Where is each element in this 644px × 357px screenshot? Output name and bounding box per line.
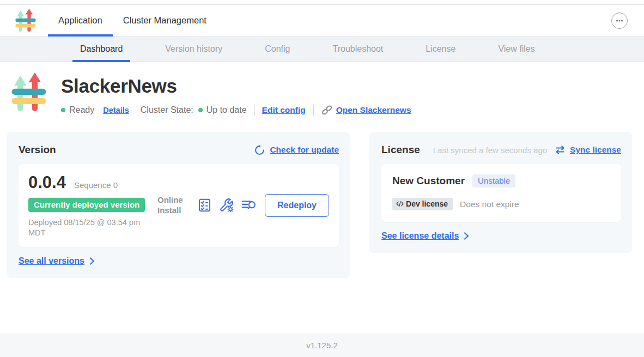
code-icon [396, 201, 404, 207]
open-app-group[interactable]: Open Slackernews [321, 104, 411, 116]
customer-row: New Customer Unstable [392, 174, 610, 187]
tab-application[interactable]: Application [48, 5, 113, 36]
sync-license-link[interactable]: Sync license [570, 145, 621, 155]
chevron-right-icon [89, 257, 95, 265]
footer: v1.125.2 [0, 334, 644, 357]
sync-arrows-icon [555, 145, 566, 155]
license-card-title: License [381, 144, 420, 156]
main-header: Application Cluster Management [0, 5, 644, 37]
current-version-panel: 0.0.4 Sequence 0 Currently deployed vers… [19, 164, 339, 247]
tab-version-history[interactable]: Version history [157, 37, 230, 62]
license-sync-group: Last synced a few seconds ago Sync licen… [433, 145, 621, 155]
tab-cluster-management-label: Cluster Management [123, 15, 206, 26]
license-details-panel: New Customer Unstable [381, 164, 621, 222]
dashboard-cards: Version Check for update 0.0.4 Sequence [7, 132, 632, 278]
top-strip [0, 0, 644, 5]
wrench-gear-icon [219, 198, 234, 213]
deployed-status-badge: Currently deployed version [28, 198, 145, 212]
license-type-badge: Dev license [392, 198, 453, 210]
tab-application-label: Application [58, 15, 102, 26]
check-for-update-link[interactable]: Check for update [270, 145, 339, 155]
tab-troubleshoot-label: Troubleshoot [332, 44, 383, 54]
app-info: SlackerNews Ready Details Cluster State:… [61, 71, 411, 116]
view-logs-button[interactable] [241, 198, 257, 213]
version-details: 0.0.4 Sequence 0 Currently deployed vers… [28, 173, 157, 238]
chevron-right-icon [464, 232, 469, 240]
see-all-versions-link[interactable]: See all versions [19, 256, 84, 266]
license-type-row: Dev license Does not expire [392, 198, 610, 210]
version-card-footer[interactable]: See all versions [19, 256, 339, 266]
tab-cluster-management[interactable]: Cluster Management [113, 5, 217, 36]
app-status-row: Ready Details Cluster State: Up to date … [61, 104, 411, 116]
tab-dashboard[interactable]: Dashboard [72, 37, 130, 62]
primary-nav: Application Cluster Management [48, 5, 217, 36]
app-header-block: SlackerNews Ready Details Cluster State:… [0, 62, 644, 116]
chain-link-icon [321, 104, 333, 116]
ready-status-label: Ready [69, 105, 94, 115]
last-synced-label: Last synced a few seconds ago [433, 146, 547, 155]
license-expiration: Does not expire [460, 199, 519, 209]
refresh-icon [254, 144, 265, 156]
deployed-timestamp: Deployed 08/15/25 @ 03:54 pm MDT [28, 217, 155, 238]
tab-view-files[interactable]: View files [490, 37, 542, 62]
license-card: License Last synced a few seconds ago Sy… [369, 132, 632, 253]
details-link[interactable]: Details [103, 106, 129, 114]
see-license-details-link[interactable]: See license details [381, 231, 459, 241]
version-card: Version Check for update 0.0.4 Sequence [7, 132, 350, 278]
slackernews-logo-icon-large [11, 72, 47, 113]
tab-version-history-label: Version history [165, 44, 222, 54]
tab-license-label: License [426, 44, 455, 54]
log-search-icon [241, 198, 257, 213]
slackernews-logo-icon [15, 9, 37, 33]
redeploy-button[interactable]: Redeploy [265, 194, 329, 217]
version-card-header: Version Check for update [19, 144, 339, 156]
tab-dashboard-label: Dashboard [80, 44, 123, 54]
ellipsis-icon [615, 16, 624, 26]
tab-license[interactable]: License [418, 37, 463, 62]
preflight-checks-button[interactable] [197, 198, 212, 213]
tab-config-label: Config [265, 44, 290, 54]
tab-view-files-label: View files [498, 44, 534, 54]
version-action-icons [197, 198, 257, 213]
admin-console-window: Application Cluster Management Dashboard… [0, 0, 644, 357]
cluster-state-value: Up to date [206, 105, 247, 115]
install-type-label: Online Install [157, 195, 189, 216]
version-number: 0.0.4 [28, 173, 66, 192]
license-type-label: Dev license [406, 199, 448, 208]
edit-config-icon-button[interactable] [219, 198, 234, 213]
version-actions: Online Install [157, 173, 329, 238]
version-number-row: 0.0.4 Sequence 0 [28, 173, 157, 192]
overflow-menu-button[interactable] [611, 13, 628, 29]
divider [254, 105, 255, 116]
divider [313, 105, 314, 116]
license-card-footer[interactable]: See license details [381, 231, 621, 241]
version-card-title: Version [19, 144, 56, 156]
ready-status-dot [61, 108, 65, 112]
license-card-header: License Last synced a few seconds ago Sy… [381, 144, 621, 156]
sequence-label: Sequence 0 [74, 180, 118, 190]
customer-name: New Customer [392, 175, 465, 187]
app-title: SlackerNews [61, 75, 411, 97]
app-logo-large [11, 72, 47, 113]
open-slackernews-link[interactable]: Open Slackernews [336, 105, 411, 115]
cluster-state-label: Cluster State: [141, 105, 193, 115]
app-logo-icon [15, 9, 37, 33]
secondary-nav: Dashboard Version history Config Trouble… [0, 37, 644, 62]
tab-config[interactable]: Config [257, 37, 297, 62]
edit-config-link[interactable]: Edit config [262, 105, 306, 115]
channel-badge: Unstable [472, 174, 515, 187]
cluster-state-dot [198, 108, 203, 112]
main-content: SlackerNews Ready Details Cluster State:… [0, 62, 644, 278]
tab-troubleshoot[interactable]: Troubleshoot [325, 37, 391, 62]
checklist-icon [197, 198, 212, 213]
check-update-group[interactable]: Check for update [254, 144, 339, 156]
console-version-label: v1.125.2 [306, 341, 338, 350]
